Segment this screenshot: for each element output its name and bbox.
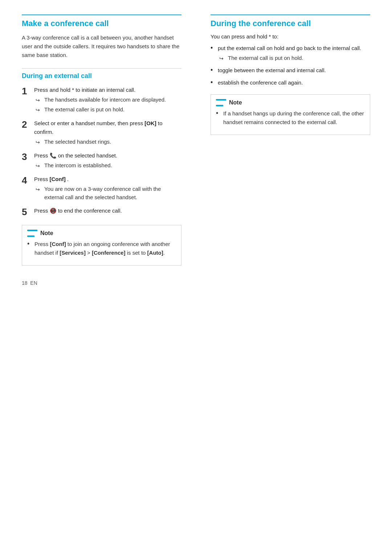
conference-bullet-2: • toggle between the external and intern… [211, 66, 370, 75]
step-item-3: 3 Press 📞 on the selected handset. ↪ The… [22, 151, 181, 170]
conference-arrow-1: ↪ The external call is put on hold. [219, 54, 370, 62]
note-bullet-item-left: • Press [Conf] to join an ongoing confer… [27, 240, 176, 257]
arrow-icon-4: ↪ [36, 162, 42, 170]
bullet-dot-3: • [211, 78, 215, 87]
conference-bullet-content-2: toggle between the external and internal… [218, 66, 370, 75]
step-text-3: Press 📞 on the selected handset. [34, 152, 117, 159]
step-content-2: Select or enter a handset number, then p… [34, 119, 181, 146]
note-header-left: Note [27, 230, 176, 237]
note-box-right: Note • If a handset hangs up during the … [211, 94, 370, 135]
step-1-arrow-text-2: The external caller is put on hold. [44, 106, 124, 114]
page-container: Make a conference call A 3-way conferenc… [22, 15, 370, 266]
step-item-1: 1 Press and hold * to initiate an intern… [22, 86, 181, 114]
step-content-1: Press and hold * to initiate an internal… [34, 86, 181, 114]
step-4-arrow-1: ↪ You are now on a 3-way conference call… [36, 185, 181, 201]
page-number: 18 [22, 280, 28, 286]
bullet-dot-1: • [211, 44, 215, 52]
step-text-1: Press and hold * to initiate an internal… [34, 87, 135, 93]
bullet-dot-left: • [27, 240, 32, 248]
note-icon-line-1 [27, 230, 37, 231]
step-1-arrow-2: ↪ The external caller is put on hold. [36, 106, 181, 114]
during-conference-title: During the conference call [211, 15, 370, 28]
step-1-arrow-1: ↪ The handsets available for intercom ar… [36, 96, 181, 104]
language: EN [30, 280, 37, 286]
step-text-2: Select or enter a handset number, then p… [34, 120, 163, 135]
step-item-5: 5 Press 📵 to end the conference call. [22, 206, 181, 218]
phone-icon-green: 📞 [50, 151, 57, 160]
step-item-4: 4 Press [Conf] . ↪ You are now on a 3-wa… [22, 175, 181, 201]
step-text-5: Press 📵 to end the conference call. [34, 208, 122, 214]
step-number-3: 3 [22, 151, 30, 163]
step-text-4: Press [Conf] . [34, 176, 69, 182]
conference-bullet-list: • put the external call on hold and go b… [211, 44, 370, 87]
note-content-right: • If a handset hangs up during the confe… [216, 109, 365, 127]
note-text-left: Press [Conf] to join an ongoing conferen… [34, 240, 176, 257]
note-icon-line-2 [27, 235, 34, 237]
arrow-icon-1: ↪ [36, 97, 42, 104]
note-bullet-item-right: • If a handset hangs up during the confe… [216, 109, 365, 127]
step-3-arrow-1: ↪ The intercom is established. [36, 161, 181, 170]
conference-bullet-1: • put the external call on hold and go b… [211, 44, 370, 62]
note-label-right: Note [229, 99, 242, 106]
phone-icon-end: 📵 [50, 206, 57, 215]
page-footer: 18 EN [22, 280, 370, 286]
note-bullet-list-right: • If a handset hangs up during the confe… [216, 109, 365, 127]
step-number-1: 1 [22, 86, 30, 97]
conference-arrow-text-1: The external call is put on hold. [228, 54, 303, 62]
step-number-4: 4 [22, 175, 30, 186]
step-list: 1 Press and hold * to initiate an intern… [22, 86, 181, 218]
arrow-icon-5: ↪ [36, 186, 42, 193]
step-content-4: Press [Conf] . ↪ You are now on a 3-way … [34, 175, 181, 201]
step-content-3: Press 📞 on the selected handset. ↪ The i… [34, 151, 181, 170]
note-icon-line-r2 [216, 105, 223, 106]
note-box-left: Note • Press [Conf] to join an ongoing c… [22, 225, 181, 266]
step-3-arrow-text-1: The intercom is established. [44, 161, 112, 170]
conference-bullet-3: • establish the conference call again. [211, 78, 370, 87]
during-external-title: During an external call [22, 68, 181, 80]
note-header-right: Note [216, 99, 365, 106]
note-text-right: If a handset hangs up during the confere… [223, 109, 365, 127]
note-content-left: • Press [Conf] to join an ongoing confer… [27, 240, 176, 257]
bullet-dot-2: • [211, 66, 215, 74]
note-label-left: Note [40, 230, 53, 237]
main-title: Make a conference call [22, 15, 181, 28]
left-column: Make a conference call A 3-way conferenc… [22, 15, 189, 266]
bullet-dot-right: • [216, 109, 220, 118]
step-4-arrow-text-1: You are now on a 3-way conference call w… [44, 185, 181, 201]
conference-bullet-content-3: establish the conference call again. [218, 78, 370, 87]
note-icon-left [27, 230, 37, 237]
step-number-2: 2 [22, 119, 30, 130]
conference-bullet-text-3: establish the conference call again. [218, 79, 303, 86]
step-2-arrow-text-1: The selected handset rings. [44, 138, 111, 146]
step-2-arrow-1: ↪ The selected handset rings. [36, 138, 181, 146]
note-bullet-list-left: • Press [Conf] to join an ongoing confer… [27, 240, 176, 257]
conference-bullet-content-1: put the external call on hold and go bac… [218, 44, 370, 62]
step-item-2: 2 Select or enter a handset number, then… [22, 119, 181, 146]
conference-bullet-text-2: toggle between the external and internal… [218, 67, 326, 73]
right-column: During the conference call You can press… [203, 15, 370, 266]
note-icon-line-r1 [216, 99, 226, 100]
step-content-5: Press 📵 to end the conference call. [34, 206, 181, 215]
conference-bullet-text-1: put the external call on hold and go bac… [218, 45, 361, 51]
arrow-icon-r1: ↪ [219, 55, 226, 62]
step-number-5: 5 [22, 206, 30, 218]
arrow-icon-2: ↪ [36, 106, 42, 114]
arrow-icon-3: ↪ [36, 139, 42, 146]
intro-text: A 3-way conference call is a call betwee… [22, 33, 181, 59]
step-1-arrow-text-1: The handsets available for intercom are … [44, 96, 166, 104]
during-conference-intro: You can press and hold * to: [211, 33, 370, 40]
note-icon-right [216, 99, 226, 106]
